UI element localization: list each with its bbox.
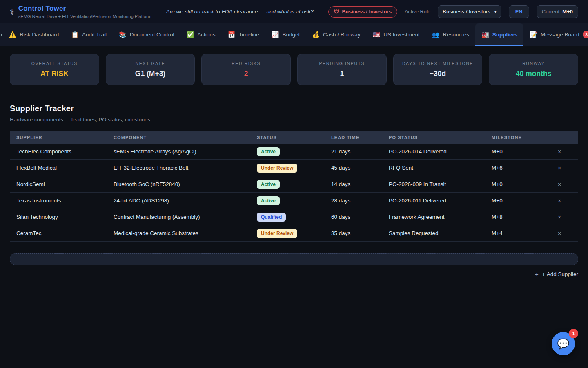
shield-icon: 🛡 bbox=[334, 9, 339, 15]
status-card: DAYS TO NEXT MILESTONE ~30d bbox=[393, 54, 483, 85]
cell-milestone: M+8 bbox=[492, 214, 541, 220]
cell-po-status: PO-2026-011 Delivered bbox=[389, 197, 492, 204]
page-title: Supplier Tracker bbox=[10, 104, 578, 113]
nav-tab[interactable]: 📚 Document Control bbox=[113, 23, 180, 46]
role-badge[interactable]: 🛡 Business / Investors bbox=[328, 6, 397, 18]
status-card: OVERALL STATUS AT RISK bbox=[10, 54, 99, 85]
nav-tab-icon: ✅ bbox=[187, 31, 194, 38]
nav-tab[interactable]: 📝 Message Board 3 bbox=[523, 23, 588, 46]
nav-tab-label: Actions bbox=[197, 31, 215, 38]
status-card-value: 40 months bbox=[516, 70, 552, 78]
col-status: STATUS bbox=[257, 135, 331, 140]
nav-tab-icon: 📅 bbox=[228, 31, 236, 38]
table-row: TechElec Components sEMG Electrode Array… bbox=[10, 144, 578, 160]
add-supplier-button[interactable]: + Add Supplier bbox=[542, 271, 578, 277]
cell-lead-time: 45 days bbox=[331, 165, 389, 171]
cell-po-status: RFQ Sent bbox=[389, 165, 492, 171]
cell-po-status: Samples Requested bbox=[389, 230, 492, 236]
cell-po-status: PO-2026-014 Delivered bbox=[389, 148, 492, 155]
new-supplier-dropzone[interactable] bbox=[10, 253, 578, 265]
status-card: RED RISKS 2 bbox=[201, 54, 291, 85]
status-card-label: NEXT GATE bbox=[136, 61, 165, 66]
cell-component: Contract Manufacturing (Assembly) bbox=[114, 214, 257, 220]
nav-tab-label: Audit Trail bbox=[82, 31, 107, 38]
cell-component: sEMG Electrode Arrays (Ag/AgCl) bbox=[114, 148, 257, 155]
language-button[interactable]: EN bbox=[509, 5, 529, 18]
status-card-label: DAYS TO NEXT MILESTONE bbox=[402, 61, 473, 66]
nav-tab-icon: ⚠️ bbox=[9, 31, 17, 38]
add-supplier-row: + + Add Supplier bbox=[10, 271, 578, 278]
delete-row-icon[interactable]: × bbox=[558, 148, 561, 155]
col-milestone: MILESTONE bbox=[492, 135, 541, 140]
delete-row-icon[interactable]: × bbox=[558, 165, 561, 171]
table-row: Silan Technology Contract Manufacturing … bbox=[10, 209, 578, 225]
cell-milestone: M+6 bbox=[492, 165, 541, 171]
cell-lead-time: 14 days bbox=[331, 181, 389, 187]
nav-tab-icon: 📚 bbox=[119, 31, 127, 38]
current-milestone-chip: Current: M+0 bbox=[537, 5, 578, 18]
table-body: TechElec Components sEMG Electrode Array… bbox=[10, 144, 578, 242]
nav-tab-label: Budget bbox=[283, 31, 300, 38]
delete-row-icon[interactable]: × bbox=[558, 181, 561, 188]
delete-row-icon[interactable]: × bbox=[558, 197, 561, 204]
cell-milestone: M+4 bbox=[492, 230, 541, 236]
plus-icon: + bbox=[535, 271, 539, 278]
status-card-value: 1 bbox=[340, 70, 344, 78]
status-badge: Under Review bbox=[257, 229, 297, 238]
section-head: Supplier Tracker Hardware components — l… bbox=[10, 104, 578, 123]
nav-tab[interactable]: 📈 Budget bbox=[265, 23, 306, 46]
status-badge: Under Review bbox=[257, 164, 297, 173]
nav-tab-label: Timeline bbox=[238, 31, 259, 38]
current-value: M+0 bbox=[562, 9, 573, 15]
status-card-label: PENDING INPUTS bbox=[319, 61, 365, 66]
status-badge: Active bbox=[257, 196, 280, 205]
nav-tab-icon: 📝 bbox=[530, 31, 537, 38]
nav-tab[interactable]: ⚠️ Risk Dashboard bbox=[3, 23, 65, 46]
brand: ⚕ Control Tower sEMG Neural Drive + EIT … bbox=[10, 4, 151, 19]
role-select[interactable]: Business / Investors ▾ bbox=[438, 5, 501, 18]
chat-bubble-icon: 💬 bbox=[557, 338, 570, 350]
status-card-label: RUNWAY bbox=[522, 61, 545, 66]
supplier-table: SUPPLIER COMPONENT STATUS LEAD TIME PO S… bbox=[10, 131, 578, 242]
cell-po-status: Framework Agreement bbox=[389, 214, 492, 220]
status-badge: Qualified bbox=[257, 213, 286, 222]
status-cards: OVERALL STATUS AT RISK NEXT GATE G1 (M+3… bbox=[10, 54, 578, 85]
cell-milestone: M+0 bbox=[492, 197, 541, 204]
cell-supplier: FlexBelt Medical bbox=[16, 165, 114, 171]
nav-badge: 3 bbox=[583, 31, 588, 38]
app-header: ⚕ Control Tower sEMG Neural Drive + EIT … bbox=[0, 0, 588, 23]
chat-button[interactable]: 💬 1 bbox=[552, 332, 575, 355]
cell-component: EIT 32-Electrode Thoracic Belt bbox=[114, 165, 257, 171]
col-component: COMPONENT bbox=[114, 135, 257, 140]
nav-tab-label: Risk Dashboard bbox=[20, 31, 59, 38]
table-header-row: SUPPLIER COMPONENT STATUS LEAD TIME PO S… bbox=[10, 131, 578, 144]
nav-tab[interactable]: 📋 Audit Trail bbox=[65, 23, 113, 46]
nav-tab-label: Document Control bbox=[130, 31, 174, 38]
delete-row-icon[interactable]: × bbox=[558, 230, 561, 237]
cell-supplier: Texas Instruments bbox=[16, 197, 114, 204]
nav-tab[interactable]: 🏭 Suppliers bbox=[475, 23, 523, 46]
delete-row-icon[interactable]: × bbox=[558, 214, 561, 220]
cell-lead-time: 21 days bbox=[331, 148, 389, 155]
nav-tab[interactable]: 💰 Cash / Runway bbox=[306, 23, 366, 46]
status-card-value: ~30d bbox=[430, 70, 446, 78]
nav-tab[interactable]: 👥 Resources bbox=[426, 23, 475, 46]
chevron-down-icon: ▾ bbox=[494, 9, 497, 14]
role-select-value: Business / Investors bbox=[443, 9, 490, 15]
medical-staff-icon: ⚕ bbox=[10, 7, 14, 17]
cell-milestone: M+0 bbox=[492, 181, 541, 187]
table-row: NordicSemi Bluetooth SoC (nRF52840) Acti… bbox=[10, 176, 578, 193]
status-card-value: AT RISK bbox=[40, 70, 69, 78]
nav-tab[interactable]: 🇺🇸 US Investment bbox=[367, 23, 426, 46]
nav-tab-label: Suppliers bbox=[492, 31, 518, 38]
cell-component: Medical-grade Ceramic Substrates bbox=[114, 230, 257, 236]
status-card-label: RED RISKS bbox=[232, 61, 261, 66]
col-supplier: SUPPLIER bbox=[16, 135, 114, 140]
nav-tab[interactable]: 📅 Timeline bbox=[222, 23, 265, 46]
cell-supplier: TechElec Components bbox=[16, 148, 114, 155]
nav-tab-icon: 🏭 bbox=[481, 31, 489, 38]
nav-tab-label: Message Board bbox=[541, 31, 579, 38]
nav-tab[interactable]: ✅ Actions bbox=[180, 23, 222, 46]
table-row: CeramTec Medical-grade Ceramic Substrate… bbox=[10, 225, 578, 242]
nav-tab-icon: 💰 bbox=[312, 31, 320, 38]
